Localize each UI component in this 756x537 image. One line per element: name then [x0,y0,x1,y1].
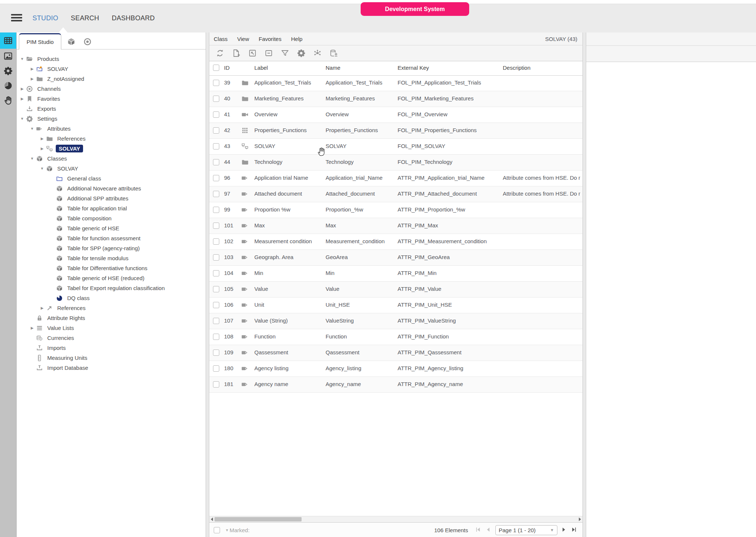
nav-item-search[interactable]: SEARCH [71,14,99,22]
tree-expander-icon[interactable]: ▼ [29,127,35,131]
table-row[interactable]: 105ValueValueATTR_PIM_Value [209,282,583,297]
menu-favorites[interactable]: Favorites [259,36,282,42]
table-row[interactable]: 97Attached documentAttached_documentATTR… [209,186,583,202]
menu-view[interactable]: View [237,36,249,42]
tab-eye[interactable] [81,34,94,49]
table-row[interactable]: 104MinMinATTR_PIM_Min [209,266,583,282]
previous-page-button[interactable] [485,526,492,534]
column-header-external-key[interactable]: External Key [398,65,429,71]
tree-item-attributes[interactable]: ▼Attributes [17,124,206,134]
database-export-button[interactable] [328,48,339,59]
tree-item-currencies[interactable]: $Currencies [17,333,206,343]
row-checkbox[interactable] [213,159,219,165]
rail-item-hand[interactable] [0,93,16,108]
tree-expander-icon[interactable]: ▶ [29,326,35,330]
tree-item-general-class[interactable]: General class [17,173,206,183]
tree-item-z-notassigned[interactable]: ▶Z_notAssigned [17,74,206,84]
tree-item-value-lists[interactable]: ▶Value Lists [17,323,206,333]
table-row[interactable]: 109QassessmentQassessmentATTR_PIM_Qasses… [209,345,583,361]
scrollbar-thumb[interactable] [214,517,302,521]
tree-item-references[interactable]: ▶References [17,134,206,144]
first-page-button[interactable] [475,526,482,534]
tree-item-tabel-for-export-regulation-classification[interactable]: Tabel for Export regulation classificati… [17,283,206,293]
rail-item-gear[interactable] [0,63,16,78]
tree-item-table-for-application-trial[interactable]: Table for application trial [17,203,206,213]
row-checkbox[interactable] [213,381,219,388]
tree-item-dq-class[interactable]: DQ class [17,293,206,303]
table-row[interactable]: 102Measurement conditionMeasurement_cond… [209,234,583,250]
menu-class[interactable]: Class [214,36,228,42]
tree-item-channels[interactable]: ▶Channels [17,84,206,94]
row-checkbox[interactable] [213,334,219,340]
tree-expander-icon[interactable]: ▼ [29,156,35,161]
tree-item-imports[interactable]: Imports [17,343,206,353]
tree-item-additional-novecare-attributes[interactable]: Additional Novecare attributes [17,183,206,193]
horizontal-scrollbar[interactable] [209,516,583,523]
tree-item-classes[interactable]: ▼Classes [17,154,206,163]
table-row[interactable]: 40Marketing_FeaturesMarketing_FeaturesFO… [209,91,583,107]
marked-caret-icon[interactable]: ▼ [225,528,229,532]
table-row[interactable]: 43SOLVAYSOLVAYFOL_PIM_SOLVAY [209,139,583,155]
settings-gear-button[interactable] [296,48,307,59]
refresh-button[interactable] [214,48,226,59]
row-checkbox[interactable] [213,127,219,134]
row-checkbox[interactable] [213,223,219,229]
row-checkbox[interactable] [213,80,219,86]
scroll-right-arrow[interactable] [579,517,581,521]
row-checkbox[interactable] [213,254,219,261]
tree-item-table-generic-of-hse-reduced-[interactable]: Table generic of HSE (reduced) [17,273,206,283]
table-row[interactable]: 106UnitUnit_HSEATTR_PIM_Unit_HSE [209,297,583,313]
tree-item-additional-spp-attributes[interactable]: Additional SPP attributes [17,193,206,203]
table-row[interactable]: 107Value (String)ValueStringATTR_PIM_Val… [209,313,583,329]
tree-item-attribute-rights[interactable]: Attribute Rights [17,313,206,323]
tree-item-solvay[interactable]: ▶SOLVAY [17,144,206,154]
table-row[interactable]: 41OverviewOverviewFOL_PIM_Overview [209,107,583,123]
table-row[interactable]: 42Properties_FunctionsProperties_Functio… [209,123,583,139]
tree-expander-icon[interactable]: ▶ [19,87,25,91]
tree-item-table-for-tensile-modulus[interactable]: Table for tensile modulus [17,253,206,263]
tree-item-products[interactable]: ▼Products [17,54,206,64]
tree-expander-icon[interactable]: ▶ [39,137,45,141]
tree-item-measuring-units[interactable]: Measuring Units [17,353,206,363]
tree-expander-icon[interactable]: ▼ [39,166,45,171]
tree-expander-icon[interactable]: ▶ [29,77,35,81]
table-row[interactable]: 44TechnologyTechnologyFOL_PIM_Technology [209,155,583,171]
tree-item-table-for-spp-agency-rating-[interactable]: Table for SPP (agency-rating) [17,243,206,253]
select-all-checkbox[interactable] [213,65,219,71]
tree-item-exports[interactable]: Exports [17,104,206,114]
row-checkbox[interactable] [213,350,219,356]
tree-expander-icon[interactable]: ▼ [19,117,25,121]
nav-item-dashboard[interactable]: DASHBOARD [112,14,155,22]
tab-cube[interactable] [65,34,78,49]
row-checkbox[interactable] [213,286,219,292]
row-checkbox[interactable] [213,365,219,372]
tree-item-solvay[interactable]: ▼SOLVAY [17,163,206,173]
tree-expander-icon[interactable]: ▶ [19,97,25,101]
row-checkbox[interactable] [213,318,219,324]
tree-item-table-for-function-assessment[interactable]: Table for function assessment [17,233,206,243]
row-checkbox[interactable] [213,143,219,149]
tree-expander-icon[interactable]: ▼ [19,57,25,61]
row-checkbox[interactable] [213,96,219,102]
hamburger-menu-icon[interactable] [11,14,22,22]
next-page-button[interactable] [560,526,568,534]
table-row[interactable]: 39Application_Test_TrialsApplication_Tes… [209,75,583,91]
page-select-dropdown[interactable]: Page 1 (1 - 20) ▼ [495,525,557,535]
tree-expander-icon[interactable]: ▶ [39,147,45,151]
new-document-button[interactable] [231,48,242,59]
rail-item-image[interactable] [0,49,16,63]
tree-item-settings[interactable]: ▼Settings [17,114,206,124]
last-page-button[interactable] [571,526,578,534]
menu-help[interactable]: Help [291,36,302,42]
row-checkbox[interactable] [213,175,219,181]
table-row[interactable]: 180Agency listingAgency_listingATTR_PIM_… [209,361,583,377]
row-checkbox[interactable] [213,270,219,276]
row-checkbox[interactable] [213,207,219,213]
row-checkbox[interactable] [213,191,219,197]
filter-button[interactable] [279,48,291,59]
table-row[interactable]: 96Application trial NameApplication_tria… [209,171,583,186]
tree-item-references[interactable]: ▶References [17,303,206,313]
collapse-folder-button[interactable] [263,48,274,59]
tree-expander-icon[interactable]: ▶ [29,67,35,71]
tab-pim-studio[interactable]: PIM Studio [19,33,61,49]
